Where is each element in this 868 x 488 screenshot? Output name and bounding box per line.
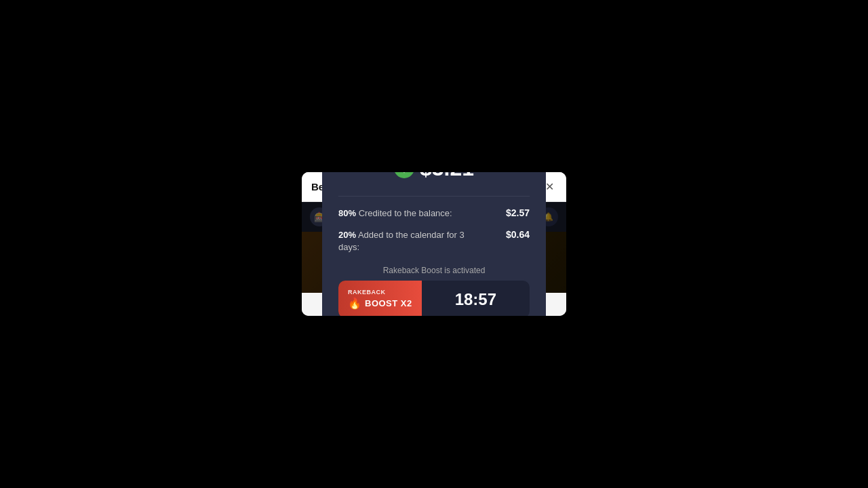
rakeback-section: Rakeback Boost is activated RAKEBACK 🔥 B… xyxy=(338,266,530,316)
pct-20: 20% xyxy=(338,230,356,240)
calendar-label: 20% Added to the calendar for 3 days: xyxy=(338,229,474,253)
rakeback-label: Rakeback Boost is activated xyxy=(338,266,530,275)
balance-credit-row: 80% Credited to the balance: $2.57 xyxy=(338,207,530,220)
app-content: 🎰 $ $2.04 ▾ 🔴 👤 🔔 🎭 ✕ xyxy=(302,202,566,293)
modal-overlay: ✕ Successfully withdrawn $ $3.21 80% Cre… xyxy=(302,202,566,293)
modal-amount-row: $ $3.21 xyxy=(338,172,530,181)
boost-timer: 18:57 xyxy=(422,283,530,316)
calendar-label-text: Added to the calendar for 3 days: xyxy=(338,230,465,252)
boost-icon-row: 🔥 BOOST X2 xyxy=(348,297,412,310)
boost-left-panel: RAKEBACK 🔥 BOOST X2 xyxy=(338,281,422,316)
boost-fire-icon: 🔥 xyxy=(348,297,361,310)
calendar-row: 20% Added to the calendar for 3 days: $0… xyxy=(338,229,530,253)
balance-credit-label: 80% Credited to the balance: xyxy=(338,207,452,220)
divider-1 xyxy=(338,196,530,197)
boost-top-label: RAKEBACK xyxy=(348,289,386,296)
app-window: BetFury Bot ⋮ ✕ 🎰 $ $2.04 ▾ 🔴 👤 🔔 xyxy=(302,172,566,316)
credit-label-text: Credited to the balance: xyxy=(356,208,452,218)
calendar-value: $0.64 xyxy=(506,229,530,240)
withdrawal-modal: ✕ Successfully withdrawn $ $3.21 80% Cre… xyxy=(322,172,546,316)
pct-80: 80% xyxy=(338,208,356,218)
dollar-icon: $ xyxy=(394,172,414,178)
modal-body: Successfully withdrawn $ $3.21 80% Credi… xyxy=(322,172,546,316)
boost-banner: RAKEBACK 🔥 BOOST X2 18:57 xyxy=(338,281,530,316)
withdrawal-amount: $3.21 xyxy=(420,172,474,181)
balance-credit-value: $2.57 xyxy=(506,207,530,218)
boost-name: BOOST X2 xyxy=(365,298,412,308)
